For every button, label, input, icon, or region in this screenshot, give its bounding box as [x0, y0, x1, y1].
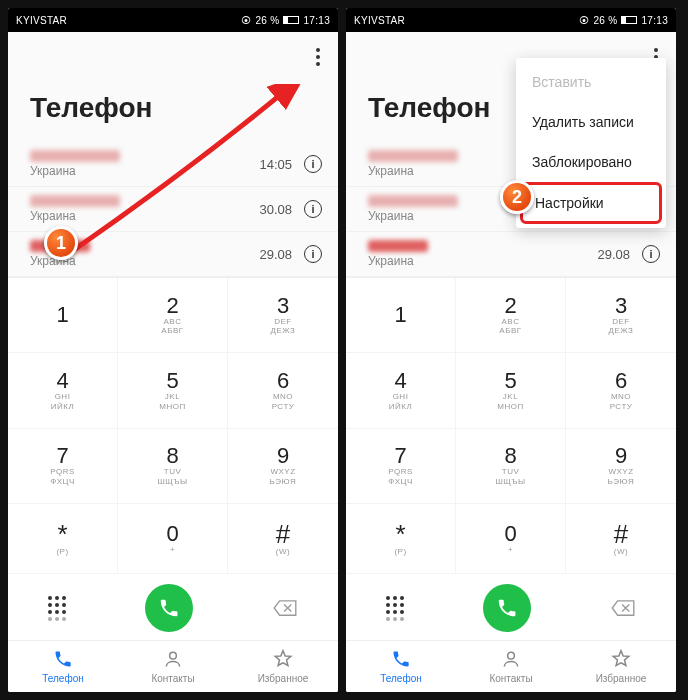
key-letters-cyrillic: МНОП	[497, 402, 523, 411]
dialpad-key-6[interactable]: 6MNOРСТУ	[566, 353, 676, 428]
dialpad-key-0[interactable]: 0+	[456, 504, 566, 574]
dialpad-toggle-icon[interactable]	[386, 596, 404, 621]
svg-point-1	[508, 652, 515, 659]
key-letters-latin: GHI	[55, 392, 71, 402]
key-letters-cyrillic: ЬЭЮЯ	[270, 477, 297, 486]
call-time: 14:05	[259, 157, 292, 172]
key-letters-cyrillic: РСТУ	[272, 402, 295, 411]
page-title: Телефон	[8, 92, 338, 142]
key-digit: *	[57, 521, 67, 547]
dialpad-key-7[interactable]: 7PQRSФХЦЧ	[8, 429, 118, 504]
call-time: 29.08	[259, 247, 292, 262]
dialpad-key-2[interactable]: 2ABCАБВГ	[118, 278, 228, 353]
call-number-blurred	[368, 195, 458, 207]
dialpad-key-4[interactable]: 4GHIИЙКЛ	[346, 353, 456, 428]
key-letters-latin: ABC	[502, 317, 520, 327]
nav-phone[interactable]: Телефон	[8, 641, 118, 692]
menu-delete-records[interactable]: Удалить записи	[516, 102, 666, 142]
call-button[interactable]	[145, 584, 193, 632]
nav-phone[interactable]: Телефон	[346, 641, 456, 692]
info-icon[interactable]: i	[304, 245, 322, 263]
key-letters-latin: +	[170, 545, 175, 555]
dialpad-key-9[interactable]: 9WXYZЬЭЮЯ	[566, 429, 676, 504]
call-button[interactable]	[483, 584, 531, 632]
dialpad-actions	[8, 574, 338, 640]
dialpad-key-5[interactable]: 5JKLМНОП	[456, 353, 566, 428]
status-bar: KYIVSTAR ⦿ 26 % 17:13	[8, 8, 338, 32]
call-log-row[interactable]: Украина30.08i	[8, 187, 338, 232]
call-number-blurred	[368, 150, 458, 162]
key-digit: 2	[166, 295, 178, 317]
dialpad-key-8[interactable]: 8TUVШЩЪЫ	[118, 429, 228, 504]
nav-contacts[interactable]: Контакты	[118, 641, 228, 692]
call-region: Украина	[30, 209, 259, 223]
key-digit: 5	[166, 370, 178, 392]
key-digit: 2	[504, 295, 516, 317]
key-letters-latin: (W)	[614, 547, 628, 557]
nav-contacts[interactable]: Контакты	[456, 641, 566, 692]
key-letters-latin: JKL	[503, 392, 518, 402]
dialpad-key-*[interactable]: *(P)	[8, 504, 118, 574]
call-log-row[interactable]: Украина14:05i	[8, 142, 338, 187]
backspace-icon[interactable]	[272, 599, 298, 617]
menu-settings[interactable]: Настройки	[520, 182, 662, 224]
key-letters-cyrillic: ИЙКЛ	[51, 402, 74, 411]
dialpad-key-9[interactable]: 9WXYZЬЭЮЯ	[228, 429, 338, 504]
dialpad-key-#[interactable]: #(W)	[566, 504, 676, 574]
info-icon[interactable]: i	[304, 200, 322, 218]
carrier-label: KYIVSTAR	[354, 15, 405, 26]
key-letters-latin: GHI	[393, 392, 409, 402]
phone-screen-left: KYIVSTAR ⦿ 26 % 17:13 Телефон Украина14:…	[8, 8, 338, 692]
key-digit: 0	[166, 523, 178, 545]
phone-screen-right: KYIVSTAR ⦿ 26 % 17:13 Телефон Украина14:…	[346, 8, 676, 692]
dialpad-key-3[interactable]: 3DEFДЕЖЗ	[566, 278, 676, 353]
battery-pct: 26 %	[255, 15, 279, 26]
dialpad-key-0[interactable]: 0+	[118, 504, 228, 574]
dialpad-key-8[interactable]: 8TUVШЩЪЫ	[456, 429, 566, 504]
key-letters-cyrillic: РСТУ	[610, 402, 633, 411]
key-letters-latin: JKL	[165, 392, 180, 402]
dialpad-key-*[interactable]: *(P)	[346, 504, 456, 574]
dialpad-key-1[interactable]: 1	[346, 278, 456, 353]
key-digit: 4	[56, 370, 68, 392]
star-icon	[273, 649, 293, 671]
key-digit: 8	[166, 445, 178, 467]
dialpad-key-5[interactable]: 5JKLМНОП	[118, 353, 228, 428]
call-number-blurred	[30, 195, 120, 207]
call-region: Украина	[30, 164, 259, 178]
carrier-label: KYIVSTAR	[16, 15, 67, 26]
dialpad-key-7[interactable]: 7PQRSФХЦЧ	[346, 429, 456, 504]
key-letters-cyrillic: ДЕЖЗ	[271, 326, 296, 335]
menu-blocked[interactable]: Заблокировано	[516, 142, 666, 182]
phone-icon	[53, 649, 73, 671]
key-letters-cyrillic: АБВГ	[161, 326, 183, 335]
dialpad-key-3[interactable]: 3DEFДЕЖЗ	[228, 278, 338, 353]
dialpad-actions	[346, 574, 676, 640]
dialpad-key-1[interactable]: 1	[8, 278, 118, 353]
overflow-menu-icon[interactable]	[316, 48, 320, 66]
nav-star[interactable]: Избранное	[228, 641, 338, 692]
star-icon	[611, 649, 631, 671]
key-letters-latin: PQRS	[388, 467, 413, 477]
key-digit: 1	[394, 304, 406, 326]
battery-icon	[283, 16, 299, 24]
nav-star[interactable]: Избранное	[566, 641, 676, 692]
recording-icon: ⦿	[579, 15, 589, 26]
key-letters-latin: TUV	[164, 467, 182, 477]
dialpad-key-2[interactable]: 2ABCАБВГ	[456, 278, 566, 353]
dialpad-key-#[interactable]: #(W)	[228, 504, 338, 574]
call-log-row[interactable]: Украина29.08i	[8, 232, 338, 277]
key-letters-cyrillic: ШЩЪЫ	[157, 477, 187, 486]
key-letters-latin: +	[508, 545, 513, 555]
key-letters-cyrillic: ФХЦЧ	[388, 477, 413, 486]
info-icon[interactable]: i	[642, 245, 660, 263]
call-log-row[interactable]: Украина29.08i	[346, 232, 676, 277]
dialpad-key-4[interactable]: 4GHIИЙКЛ	[8, 353, 118, 428]
contacts-icon	[163, 649, 183, 671]
info-icon[interactable]: i	[304, 155, 322, 173]
backspace-icon[interactable]	[610, 599, 636, 617]
dialpad-toggle-icon[interactable]	[48, 596, 66, 621]
key-digit: *	[395, 521, 405, 547]
key-letters-latin: MNO	[273, 392, 293, 402]
dialpad-key-6[interactable]: 6MNOРСТУ	[228, 353, 338, 428]
